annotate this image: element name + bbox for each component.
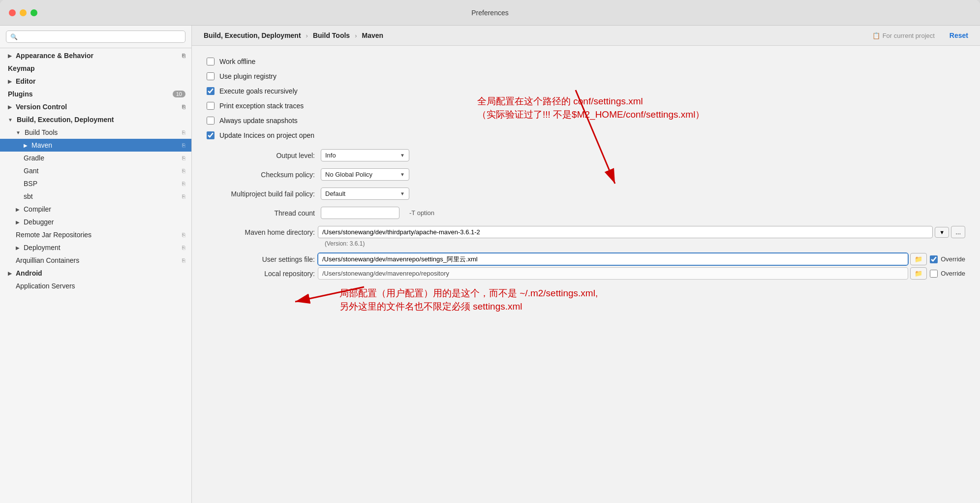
maven-home-row: Maven home directory: ▼ ... — [207, 226, 965, 238]
search-bar: 🔍 — [0, 26, 191, 48]
sidebar-item-gant[interactable]: Gant ⎘ — [0, 164, 191, 177]
sidebar-item-label: BSP — [24, 180, 37, 188]
multiproject-fail-row: Multiproject build fail policy: Default … — [207, 188, 965, 200]
sidebar-item-app-servers[interactable]: Application Servers — [0, 280, 191, 292]
update-indices-checkbox[interactable] — [207, 131, 214, 139]
sidebar-item-label: Gradle — [24, 154, 44, 162]
copy-icon: ⎘ — [182, 193, 185, 199]
sidebar-item-build-tools[interactable]: ▼ Build Tools ⎘ — [0, 126, 191, 139]
chevron-down-icon: ▼ — [16, 130, 21, 135]
output-level-select[interactable]: Info ▼ — [321, 149, 409, 161]
traffic-lights — [9, 9, 37, 16]
maven-home-browse-btn[interactable]: ... — [951, 226, 965, 238]
sidebar-item-label: Version Control — [16, 103, 67, 111]
user-settings-input[interactable] — [318, 253, 908, 265]
annotation-bottom-text: 局部配置（用户配置）用的是这个，而不是 ~/.m2/settings.xml, … — [339, 287, 598, 313]
local-repo-label: Local repository: — [207, 270, 315, 278]
breadcrumb-sep-1: › — [306, 32, 308, 39]
copy-icon: ⎘ — [182, 155, 185, 161]
always-update-checkbox[interactable] — [207, 117, 214, 125]
breadcrumb-sep-2: › — [355, 32, 357, 39]
sidebar-item-label: Remote Jar Repositories — [16, 231, 92, 239]
sidebar-item-build-exec[interactable]: ▼ Build, Execution, Deployment — [0, 113, 191, 126]
local-repo-override-checkbox[interactable] — [930, 270, 938, 278]
work-offline-checkbox[interactable] — [207, 58, 214, 65]
sidebar-item-sbt[interactable]: sbt ⎘ — [0, 190, 191, 203]
maximize-button[interactable] — [31, 9, 37, 16]
user-settings-override-row: Override — [930, 255, 965, 263]
close-button[interactable] — [9, 9, 16, 16]
execute-goals-checkbox[interactable] — [207, 87, 214, 95]
panel-header: Build, Execution, Deployment › Build Too… — [192, 26, 980, 46]
output-level-label: Output level: — [207, 152, 315, 159]
sidebar-item-bsp[interactable]: BSP ⎘ — [0, 177, 191, 190]
chevron-right-icon: ▶ — [16, 220, 20, 225]
annotation-bottom-line1: 局部配置（用户配置）用的是这个，而不是 ~/.m2/settings.xml, — [339, 287, 598, 300]
thread-count-row: Thread count -T option — [207, 207, 965, 219]
use-plugin-registry-checkbox[interactable] — [207, 72, 214, 80]
minimize-button[interactable] — [20, 9, 27, 16]
sidebar-item-maven[interactable]: ▶ Maven ⎘ — [0, 139, 191, 152]
breadcrumb-build-exec: Build, Execution, Deployment — [204, 31, 301, 39]
user-settings-row: User settings file: 📁 Override — [207, 253, 965, 265]
local-repo-browse-btn[interactable]: 📁 — [910, 267, 927, 280]
reset-button[interactable]: Reset — [949, 31, 968, 39]
sidebar-item-label: Application Servers — [16, 282, 75, 290]
maven-home-input-wrap: ▼ ... — [318, 226, 965, 238]
sidebar-item-editor[interactable]: ▶ Editor — [0, 75, 191, 88]
maven-home-input[interactable] — [318, 226, 933, 238]
sidebar-item-gradle[interactable]: Gradle ⎘ — [0, 152, 191, 164]
breadcrumb-build-tools: Build Tools — [313, 31, 350, 39]
sidebar-item-debugger[interactable]: ▶ Debugger — [0, 216, 191, 228]
sidebar-item-label: Maven — [31, 141, 52, 149]
project-icon: 📋 — [872, 32, 880, 39]
checksum-policy-select[interactable]: No Global Policy ▼ — [321, 168, 409, 181]
thread-count-input[interactable] — [321, 207, 399, 219]
sidebar-item-android[interactable]: ▶ Android — [0, 267, 191, 280]
sidebar: 🔍 ▶ Appearance & Behavior ⎘ Keymap ▶ — [0, 26, 192, 503]
search-icon: 🔍 — [10, 33, 18, 40]
sidebar-item-remote-jar[interactable]: Remote Jar Repositories ⎘ — [0, 228, 191, 241]
sidebar-item-compiler[interactable]: ▶ Compiler — [0, 203, 191, 216]
multiproject-fail-select[interactable]: Default ▼ — [321, 188, 409, 200]
sidebar-item-label: Plugins — [8, 90, 33, 98]
for-current-project-label: For current project — [883, 32, 935, 39]
checksum-policy-value: No Global Policy — [325, 171, 372, 178]
sidebar-item-label: Compiler — [24, 205, 51, 213]
search-input[interactable] — [21, 33, 181, 40]
sidebar-item-plugins[interactable]: Plugins 10 — [0, 88, 191, 100]
output-level-value: Info — [325, 152, 336, 159]
sidebar-item-label: Deployment — [24, 244, 61, 252]
checkbox-always-update: Always update snapshots — [207, 117, 965, 125]
local-repo-override-row: Override — [930, 270, 965, 278]
annotation-bottom-line2: 另外这里的文件名也不限定必须 settings.xml — [339, 300, 598, 314]
chevron-right-icon: ▶ — [16, 207, 20, 212]
maven-home-dropdown-btn[interactable]: ▼ — [935, 227, 949, 238]
chevron-right-icon: ▶ — [8, 271, 12, 276]
sidebar-item-version-control[interactable]: ▶ Version Control ⎘ — [0, 100, 191, 113]
sidebar-item-keymap[interactable]: Keymap — [0, 62, 191, 75]
local-repo-input-wrap: 📁 — [318, 267, 927, 280]
sidebar-item-label: Build Tools — [25, 128, 58, 136]
execute-goals-label: Execute goals recursively — [219, 87, 298, 95]
sidebar-item-deployment[interactable]: ▶ Deployment ⎘ — [0, 241, 191, 254]
chevron-right-icon: ▶ — [8, 104, 12, 110]
user-settings-browse-btn[interactable]: 📁 — [910, 253, 927, 265]
checkbox-print-exception: Print exception stack traces — [207, 102, 965, 110]
print-exception-label: Print exception stack traces — [219, 102, 304, 110]
sidebar-item-appearance[interactable]: ▶ Appearance & Behavior ⎘ — [0, 49, 191, 62]
checksum-policy-label: Checksum policy: — [207, 171, 315, 179]
sidebar-item-label: Debugger — [24, 218, 54, 226]
panel-body: Work offline Use plugin registry Execute… — [192, 46, 980, 503]
sidebar-item-label: sbt — [24, 192, 33, 200]
checkbox-use-plugin-registry: Use plugin registry — [207, 72, 965, 80]
sidebar-item-arquillian[interactable]: Arquillian Containers ⎘ — [0, 254, 191, 267]
print-exception-checkbox[interactable] — [207, 102, 214, 110]
dropdown-arrow-icon: ▼ — [400, 153, 405, 158]
search-input-wrap[interactable]: 🔍 — [6, 31, 185, 43]
user-settings-override-checkbox[interactable] — [930, 255, 938, 263]
local-repo-input[interactable] — [318, 267, 908, 280]
user-settings-input-wrap: 📁 — [318, 253, 927, 265]
checkboxes-group: Work offline Use plugin registry Execute… — [207, 58, 965, 139]
plugins-badge: 10 — [173, 91, 185, 97]
